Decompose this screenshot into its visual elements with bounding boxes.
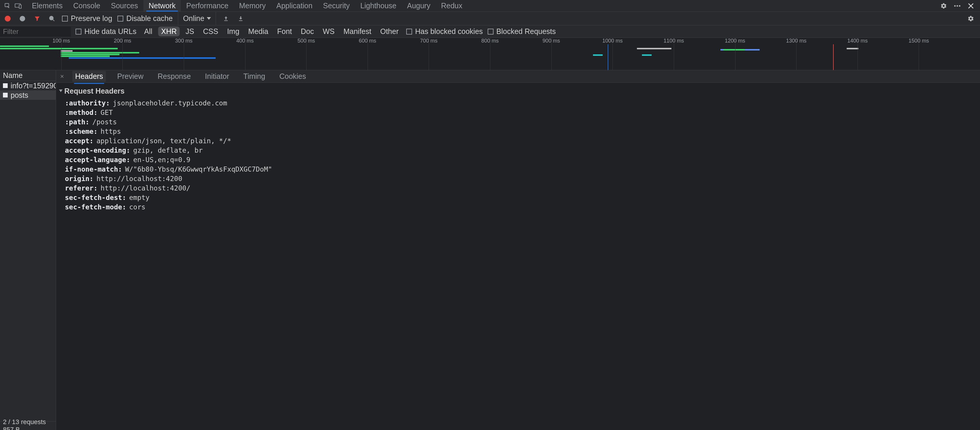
panel-tab-application[interactable]: Application: [271, 0, 318, 11]
file-icon: [3, 83, 8, 88]
panel-tab-performance[interactable]: Performance: [181, 0, 234, 11]
panel-tab-network[interactable]: Network: [143, 0, 181, 11]
timeline-overview[interactable]: 100 ms200 ms300 ms400 ms500 ms600 ms700 …: [0, 38, 980, 70]
blocked-requests-checkbox[interactable]: Blocked Requests: [488, 27, 556, 36]
name-column-header[interactable]: Name: [0, 70, 56, 81]
detail-tab-timing[interactable]: Timing: [240, 71, 268, 82]
panel-tab-security[interactable]: Security: [318, 0, 355, 11]
svg-rect-9: [239, 20, 242, 21]
network-settings-gear-icon[interactable]: [966, 14, 975, 23]
request-name: info?t=15929016…: [11, 82, 56, 90]
header-value: GET: [100, 109, 113, 117]
filter-bar: Hide data URLs AllXHRJSCSSImgMediaFontDo…: [0, 26, 980, 38]
clear-log-icon[interactable]: [18, 14, 27, 23]
hide-data-urls-label: Hide data URLs: [84, 27, 136, 36]
header-row: if-none-matchW/"6b80-Ybsq/K6GwwqrYkAsFxq…: [58, 165, 978, 174]
detail-tab-headers[interactable]: Headers: [72, 71, 106, 82]
checkbox-icon: [118, 16, 123, 22]
waterfall-bar: [69, 57, 216, 59]
request-row[interactable]: info?t=15929016…: [0, 81, 56, 90]
detail-tab-cookies[interactable]: Cookies: [277, 71, 309, 82]
header-row: accept-encodinggzip, deflate, br: [58, 145, 978, 155]
header-row: sec-fetch-modecors: [58, 202, 978, 212]
waterfall-bar: [61, 56, 110, 57]
type-filter-ws[interactable]: WS: [320, 27, 337, 36]
record-button[interactable]: [3, 14, 13, 23]
filter-funnel-icon[interactable]: [32, 14, 42, 23]
domcontent-marker: [608, 44, 608, 70]
panel-tab-augury[interactable]: Augury: [402, 0, 436, 11]
type-filter-media[interactable]: Media: [245, 27, 271, 36]
request-headers-section[interactable]: Request Headers: [58, 86, 978, 98]
type-filter-font[interactable]: Font: [274, 27, 295, 36]
blocked-requests-label: Blocked Requests: [496, 27, 556, 36]
header-key: accept: [65, 137, 94, 145]
panel-tabs: ElementsConsoleSourcesNetworkPerformance…: [27, 0, 939, 11]
header-row: accept-languageen-US,en;q=0.9: [58, 155, 978, 165]
detail-tab-preview[interactable]: Preview: [114, 71, 146, 82]
waterfall-bar: [642, 54, 652, 56]
inspect-element-icon[interactable]: [2, 1, 13, 11]
header-value: cors: [129, 203, 145, 211]
filter-input[interactable]: [0, 27, 71, 37]
detail-tab-initiator[interactable]: Initiator: [202, 71, 232, 82]
type-filter-all[interactable]: All: [141, 27, 155, 36]
request-list-panel: Name info?t=15929016…posts 2 / 13 reques…: [0, 70, 56, 430]
header-row: refererhttp://localhost:4200/: [58, 184, 978, 193]
header-value: https: [100, 128, 121, 135]
detail-tab-response[interactable]: Response: [154, 71, 194, 82]
header-value: en-US,en;q=0.9: [133, 156, 191, 164]
header-key: referer: [65, 184, 98, 192]
header-key: :path: [65, 118, 89, 126]
panel-tab-console[interactable]: Console: [68, 0, 106, 11]
preserve-log-checkbox[interactable]: Preserve log: [62, 14, 112, 23]
header-row: sec-fetch-destempty: [58, 193, 978, 202]
preserve-log-label: Preserve log: [71, 14, 112, 23]
header-value: /posts: [92, 118, 117, 126]
checkbox-icon: [62, 16, 68, 22]
disable-cache-checkbox[interactable]: Disable cache: [118, 14, 173, 23]
header-value: application/json, text/plain, */*: [97, 137, 231, 145]
throttle-value: Online: [183, 14, 204, 23]
checkbox-icon: [76, 29, 81, 35]
panel-tab-memory[interactable]: Memory: [234, 0, 271, 11]
panel-tab-sources[interactable]: Sources: [106, 0, 143, 11]
panel-tab-lighthouse[interactable]: Lighthouse: [355, 0, 401, 11]
svg-point-7: [49, 16, 53, 20]
close-detail-icon[interactable]: ×: [60, 73, 64, 80]
request-list: info?t=15929016…posts: [0, 81, 56, 421]
search-icon[interactable]: [47, 14, 57, 23]
type-filter-other[interactable]: Other: [377, 27, 402, 36]
waterfall-bar: [61, 52, 139, 53]
settings-gear-icon[interactable]: [939, 2, 948, 10]
type-filter-css[interactable]: CSS: [200, 27, 221, 36]
detail-tabs: × HeadersPreviewResponseInitiatorTimingC…: [56, 70, 980, 83]
panel-tab-elements[interactable]: Elements: [27, 0, 68, 11]
headers-body: Request Headers :authorityjsonplaceholde…: [56, 83, 980, 430]
throttle-select[interactable]: Online: [178, 12, 216, 25]
device-toolbar-icon[interactable]: [13, 1, 24, 11]
load-event-marker: [833, 44, 834, 70]
header-key: :scheme: [65, 128, 98, 135]
svg-rect-0: [5, 3, 9, 6]
request-row[interactable]: posts: [0, 90, 56, 100]
svg-point-5: [959, 5, 961, 6]
type-filter-manifest[interactable]: Manifest: [340, 27, 374, 36]
section-title-label: Request Headers: [64, 87, 124, 95]
hide-data-urls-checkbox[interactable]: Hide data URLs: [76, 27, 136, 36]
export-har-icon[interactable]: [221, 14, 231, 23]
kebab-menu-icon[interactable]: [953, 2, 962, 10]
svg-rect-8: [224, 20, 228, 21]
svg-point-3: [955, 5, 956, 6]
import-har-icon[interactable]: [236, 14, 245, 23]
header-row: originhttp://localhost:4200: [58, 174, 978, 184]
type-filter-js[interactable]: JS: [183, 27, 197, 36]
type-filter-img[interactable]: Img: [224, 27, 242, 36]
has-blocked-cookies-checkbox[interactable]: Has blocked cookies: [406, 27, 483, 36]
header-value: gzip, deflate, br: [133, 147, 203, 154]
file-icon: [3, 93, 8, 98]
type-filter-xhr[interactable]: XHR: [158, 27, 180, 36]
panel-tab-redux[interactable]: Redux: [436, 0, 468, 11]
type-filter-doc[interactable]: Doc: [298, 27, 317, 36]
close-devtools-icon[interactable]: [966, 2, 975, 10]
